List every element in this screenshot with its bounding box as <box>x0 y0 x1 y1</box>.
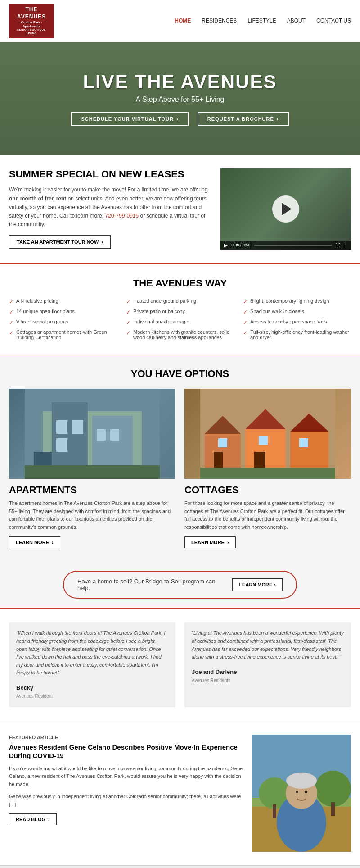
svg-rect-7 <box>97 429 106 441</box>
svg-rect-20 <box>218 438 227 447</box>
feature-item: ✓ Full-size, high-efficiency front-loadi… <box>243 329 351 340</box>
svg-rect-18 <box>214 452 223 470</box>
footer-cta: Connect with our team for a virtual walk… <box>0 865 360 868</box>
svg-rect-6 <box>56 438 68 452</box>
video-thumbnail <box>220 168 351 250</box>
chevron-right-icon: › <box>176 116 179 122</box>
svg-rect-5 <box>72 420 83 434</box>
testimonials-section: "When I walk through the front doors of … <box>0 609 360 720</box>
feature-item: ✓ Modern kitchens with granite counters,… <box>126 329 234 340</box>
options-section: YOU HAVE OPTIONS APARTME <box>0 354 360 562</box>
svg-rect-22 <box>299 438 308 447</box>
check-icon: ✓ <box>9 299 14 305</box>
nav-about[interactable]: ABOUT <box>287 18 306 24</box>
avenues-way-heading: THE AVENUES WAY <box>9 277 351 289</box>
logo[interactable]: THE AVENUES Crofton Park · Apartments SE… <box>9 4 54 38</box>
check-icon: ✓ <box>9 330 14 336</box>
nav-residences[interactable]: RESIDENCES <box>202 18 237 24</box>
cottages-learn-more-button[interactable]: LEARN MORE › <box>184 536 236 548</box>
video-time: 0:00 / 0:50 <box>231 243 251 247</box>
testimonial-quote-1: "When I walk through the front doors of … <box>16 629 168 677</box>
check-icon: ✓ <box>126 319 130 326</box>
video-controls: ▶ 0:00 / 0:50 ⛶ ⋮ <box>220 241 351 250</box>
svg-rect-10 <box>34 452 52 465</box>
svg-point-28 <box>315 771 351 807</box>
play-icon[interactable]: ▶ <box>224 243 228 248</box>
navigation: THE AVENUES Crofton Park · Apartments SE… <box>0 0 360 42</box>
svg-rect-8 <box>110 429 119 441</box>
testimonial-card-2: "Living at The Avenues has been a wonder… <box>184 622 351 707</box>
feature-item: ✓ Access to nearby open space trails <box>243 319 351 326</box>
apartments-card: APARTMENTS The apartment homes in The Av… <box>9 389 176 548</box>
hero-content: LIVE THE AVENUES A Step Above for 55+ Li… <box>71 71 288 126</box>
feature-item: ✓ All-inclusive pricing <box>9 298 117 305</box>
svg-point-35 <box>286 773 317 789</box>
hero-brochure-button[interactable]: REQUEST A BROCHURE › <box>198 112 289 126</box>
hero-section: LIVE THE AVENUES A Step Above for 55+ Li… <box>0 42 360 155</box>
summer-special-section: SUMMER SPECIAL ON NEW LEASES We're makin… <box>0 155 360 264</box>
fullscreen-icon[interactable]: ⛶ <box>336 243 340 248</box>
nav-contact[interactable]: CONTACT US <box>316 18 351 24</box>
feature-item: ✓ Cottages or apartment homes with Green… <box>9 329 117 340</box>
chevron-right-icon: › <box>102 239 104 245</box>
check-icon: ✓ <box>243 330 248 336</box>
bridge-to-sell-section: Have a home to sell? Our Bridge-to-Sell … <box>0 562 360 609</box>
article-body-1: If you're wondering what it would be lik… <box>9 765 243 789</box>
apartments-title: APARTMENTS <box>9 484 176 496</box>
hero-subtitle: A Step Above for 55+ Living <box>71 95 288 104</box>
bridge-learn-more-button[interactable]: LEARN MORE › <box>232 578 283 591</box>
logo-title: THE AVENUES <box>14 6 50 20</box>
phone-number[interactable]: 720-799-0915 <box>105 213 139 219</box>
hero-tour-button[interactable]: SCHEDULE YOUR VIRTUAL TOUR › <box>71 112 188 126</box>
nav-lifestyle[interactable]: LIFESTYLE <box>248 18 276 24</box>
check-icon: ✓ <box>126 309 130 315</box>
feature-item: ✓ 14 unique open floor plans <box>9 309 117 315</box>
video-progress-bar[interactable] <box>254 245 332 246</box>
video-player[interactable]: ▶ 0:00 / 0:50 ⛶ ⋮ <box>220 168 351 250</box>
feature-item: ✓ Private patio or balcony <box>126 309 234 315</box>
feature-item: ✓ Heated underground parking <box>126 298 234 305</box>
testimonial-role-2: Avenues Residents <box>192 677 344 684</box>
feature-item: ✓ Bright, contemporary lighting design <box>243 298 351 305</box>
svg-rect-30 <box>331 802 335 816</box>
more-options-icon[interactable]: ⋮ <box>343 243 347 248</box>
svg-point-34 <box>305 791 307 793</box>
svg-rect-29 <box>273 804 276 818</box>
apartments-learn-more-button[interactable]: LEARN MORE › <box>9 536 60 548</box>
check-icon: ✓ <box>9 319 14 326</box>
testimonial-author-2: Joe and Darlene <box>192 668 344 677</box>
avenues-way-section: THE AVENUES WAY ✓ All-inclusive pricing … <box>0 264 360 354</box>
nav-home[interactable]: HOME <box>175 18 191 24</box>
chevron-right-icon: › <box>227 540 229 545</box>
check-icon: ✓ <box>9 309 14 315</box>
bridge-inner: Have a home to sell? Our Bridge-to-Sell … <box>63 571 297 599</box>
play-button[interactable] <box>272 195 299 223</box>
feature-item: ✓ Individual on-site storage <box>126 319 234 326</box>
check-icon: ✓ <box>243 309 248 315</box>
svg-rect-23 <box>200 468 335 479</box>
cottages-title: COTTAGES <box>184 484 351 496</box>
feature-item: ✓ Vibrant social programs <box>9 319 117 326</box>
options-grid: APARTMENTS The apartment homes in The Av… <box>9 389 351 548</box>
features-grid: ✓ All-inclusive pricing ✓ Heated undergr… <box>9 298 351 340</box>
article-body-2: Gene was previously in independent livin… <box>9 793 243 809</box>
take-tour-button[interactable]: TAKE AN APARTMENT TOUR NOW › <box>9 235 111 249</box>
svg-rect-21 <box>259 436 268 445</box>
chevron-right-icon: › <box>274 582 276 587</box>
testimonial-author-1: Becky <box>16 683 168 693</box>
apartments-desc: The apartment homes in The Avenues Croft… <box>9 500 176 531</box>
check-icon: ✓ <box>243 299 248 305</box>
svg-rect-4 <box>56 420 68 434</box>
bridge-text: Have a home to sell? Our Bridge-to-Sell … <box>77 578 219 591</box>
cottages-desc: For those looking for more space and a g… <box>184 500 351 531</box>
article-content: FEATURED ARTICLE Avenues Resident Gene C… <box>9 735 243 852</box>
cottages-image <box>184 389 351 479</box>
svg-rect-3 <box>92 416 133 470</box>
check-icon: ✓ <box>126 299 130 305</box>
read-blog-button[interactable]: READ BLOG › <box>9 813 57 825</box>
options-heading: YOU HAVE OPTIONS <box>9 368 351 380</box>
testimonial-card-1: "When I walk through the front doors of … <box>9 622 176 707</box>
svg-rect-16 <box>290 432 328 470</box>
cottages-card: COTTAGES For those looking for more spac… <box>184 389 351 548</box>
svg-point-33 <box>296 791 298 793</box>
